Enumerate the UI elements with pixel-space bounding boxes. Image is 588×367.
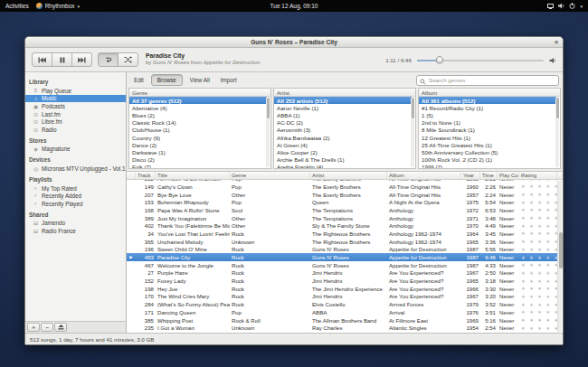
album-item[interactable]: 2nd to None (1) [419,119,556,127]
genre-item[interactable]: Blues (2) [129,111,267,118]
edit-button[interactable]: Edit [130,75,147,85]
artist-column-header[interactable]: Artist [274,89,415,97]
track-row-cathy-s-clown[interactable]: 149Cathy's ClownPopThe Everly BrothersAl… [127,183,557,191]
column-header-time[interactable]: Time [480,172,498,179]
genre-item[interactable]: Disco (2) [129,156,267,164]
chevron-down-icon[interactable]: ▾ [580,4,583,9]
sidebar-item-recently-played[interactable]: ⌕Recently Played [25,200,126,208]
pause-button[interactable] [52,52,72,67]
seek-handle[interactable] [436,56,443,63]
artist-item[interactable]: AC-DC (2) [274,119,412,127]
genre-item[interactable]: Country (9) [129,134,267,141]
window-titlebar[interactable]: Guns N' Roses – Paradise City × [25,37,563,48]
album-item[interactable]: 50th Anniversary Collection (5) [419,148,556,155]
track-row-whipping-post[interactable]: 385Whipping PostRock & RollThe Allman Br… [127,316,557,325]
cell-rating[interactable]: ∗ ∗ ∗ ∗ ∗ [519,262,557,268]
genre-item[interactable]: Dance (2) [129,141,267,148]
cell-rating[interactable]: ∗ ∗ ∗ ∗ ∗ [519,231,557,236]
cell-rating[interactable]: ∗ ∗ ∗ ∗ ∗ [519,278,557,284]
artist-item[interactable]: Alice Cooper (2) [274,148,412,155]
next-button[interactable] [71,52,92,67]
artist-item[interactable]: All 253 artists (512) [274,97,412,104]
artist-item[interactable]: Afrika Bambaataa (2) [274,134,412,141]
cell-rating[interactable]: ∗ ∗ ∗ ∗ ∗ [519,239,557,244]
import-button[interactable]: Import [217,75,241,85]
genre-scrollbar[interactable] [266,98,270,167]
artist-scrollbar[interactable] [411,98,414,167]
cell-rating[interactable]: ∗ ∗ ∗ ∗ ∗ [519,255,557,260]
scrollbar-thumb[interactable] [559,232,563,268]
cell-rating[interactable]: ∗ ∗ ∗ ∗ ∗ [519,309,557,315]
track-row-bye-bye-love[interactable]: 207Bye Bye LoveOtherThe Everly BrothersA… [127,191,557,199]
track-scrollbar[interactable] [557,181,562,332]
close-button[interactable]: × [555,38,558,47]
genre-item[interactable]: Club/House (1) [129,127,267,134]
genre-item[interactable]: Darkwave (1) [129,148,267,155]
artist-item[interactable]: Al Green (4) [274,141,412,148]
genre-item[interactable]: All 37 genres (512) [129,97,267,104]
cell-rating[interactable]: ∗ ∗ ∗ ∗ ∗ [519,302,557,307]
album-scrollbar[interactable] [555,98,559,167]
sidebar-item-radio[interactable]: ⊙Radio [25,126,126,134]
track-row-foxey-lady[interactable]: 152Foxey LadyRockJimi HendrixAre You Exp… [127,277,557,285]
album-item[interactable]: All 361 albums (512) [419,97,556,104]
add-button[interactable]: + [27,323,40,332]
cell-rating[interactable]: ∗ ∗ ∗ ∗ ∗ [519,270,557,276]
search-input[interactable]: Search genres [416,75,559,86]
artist-item[interactable]: Aaron Neville (1) [274,104,412,111]
album-item[interactable]: 8 Mile Soundtrack (1) [419,127,556,134]
cell-rating[interactable]: ∗ ∗ ∗ ∗ ∗ [519,207,557,212]
sidebar-item-libre-fm[interactable]: ⊙Libre.fm [25,118,126,126]
cell-rating[interactable]: ∗ ∗ ∗ ∗ ∗ [519,192,557,197]
track-row-thank-you-falettinme-be-mice-elf-ag[interactable]: 402Thank You (Falettinme Be Mice Elf Ag…… [127,221,557,230]
column-header-genre[interactable]: Genre [230,172,310,179]
track-row-what-s-so-funny-about-peace-love[interactable]: 284(What's So Funny About) Peace, Love…R… [127,300,557,308]
genre-item[interactable]: Classic Rock (14) [129,119,267,127]
byline-artist[interactable]: Guns N' Roses [153,60,189,65]
track-row-just-my-imagination[interactable]: 389Just My ImaginationOtherThe Temptatio… [127,214,557,222]
track-row-paradise-city[interactable]: ▶453Paradise CityRockGuns N' RosesAppeti… [127,253,557,261]
scrollbar-thumb[interactable] [267,98,270,118]
track-row-bohemian-rhapsody[interactable]: 153Bohemian RhapsodyPopQueenA Night At t… [127,198,557,206]
previous-button[interactable] [32,52,52,67]
remove-button[interactable]: − [41,323,53,332]
track-row-hey-joe[interactable]: 198Hey JoeRockThe Jimi Hendrix Experienc… [127,285,557,293]
activities-button[interactable]: Activities [5,3,29,9]
genre-item[interactable]: Alternative (4) [129,104,267,111]
sidebar-item-micronas-mtv-unplugged-vol-1[interactable]: ◎Micronas MTV Unplugged - Vol.1 [25,165,126,173]
sidebar-item-magnatune[interactable]: ◈Magnatune [25,146,126,154]
byline-album[interactable]: Appetite for Destruction [204,60,261,65]
cell-rating[interactable]: ∗ ∗ ∗ ∗ ∗ [519,286,557,291]
sidebar-item-play-queue[interactable]: ≡Play Queue [25,87,126,95]
cell-rating[interactable]: ∗ ∗ ∗ ∗ ∗ [519,180,557,182]
app-menu-button[interactable]: Rhythmbox ▾ [36,3,80,9]
browse-button[interactable]: Browse [151,74,183,86]
track-row-little-wing[interactable]: 140Little WingRockThe Jimi Hendrix Exper… [127,332,557,333]
clock[interactable]: Tue 12 Aug, 09:10 [0,3,588,9]
genre-item[interactable]: Folk (7) [129,164,267,168]
screen-icon[interactable] [547,4,554,9]
sidebar-item-my-top-rated[interactable]: ⌕My Top Rated [25,184,126,193]
album-item[interactable]: 25 All-Time Greatest Hits (1) [419,141,556,148]
track-row-dancing-queen[interactable]: 171Dancing QueenPopABBAArrival19763:51Ne… [127,308,557,316]
sidebar-item-podcasts[interactable]: ◉Podcasts [25,102,126,110]
power-icon[interactable] [569,3,575,9]
track-row-papa-was-a-rollin-stone[interactable]: 168Papa Was A Rollin' StoneSoulThe Tempt… [127,206,557,214]
shuffle-button[interactable] [118,52,138,67]
track-row-purple-haze[interactable]: 27Purple HazeRockJimi HendrixAre You Exp… [127,269,557,278]
volume-icon[interactable] [558,3,564,9]
view-all-button[interactable]: View All [186,75,213,85]
sidebar-item-last-fm[interactable]: ⊙Last.fm [25,110,126,118]
eject-button[interactable] [54,323,67,332]
track-row-welcome-to-the-jungle[interactable]: 467Welcome to the JungleRockGuns N' Rose… [127,261,557,269]
album-item[interactable]: 1 (5) [419,111,556,118]
column-header-rating[interactable]: Rating [519,172,557,179]
album-item[interactable]: 100% Rock Vol. 2 (CD 2) (1) [419,156,556,164]
genre-column-header[interactable]: Genre [129,89,270,97]
cell-rating[interactable]: ∗ ∗ ∗ ∗ ∗ [519,223,557,229]
column-header-track[interactable]: Track [136,172,156,179]
scrollbar-thumb[interactable] [412,98,414,118]
album-item[interactable]: 1999 (2) [419,164,556,168]
column-header-play-count[interactable]: Play Count [498,172,519,179]
track-row-unchained-melody[interactable]: 365Unchained MelodyUnknownThe Righteous … [127,238,557,246]
